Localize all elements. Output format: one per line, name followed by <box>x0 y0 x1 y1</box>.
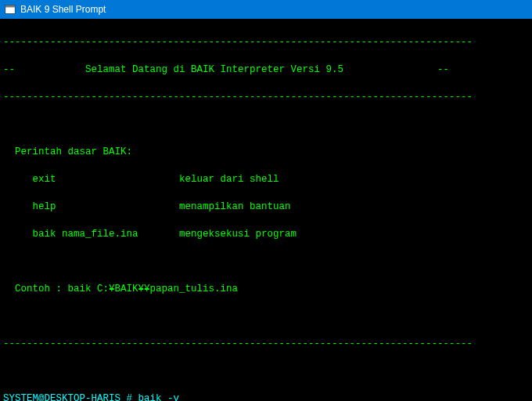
command-row-baik: baik nama_file.ina mengeksekusi program <box>3 228 529 242</box>
commands-header: Perintah dasar BAIK: <box>3 146 529 160</box>
blank-line <box>3 365 529 379</box>
welcome-banner: -- Selamat Datang di BAIK Interpreter Ve… <box>3 63 529 78</box>
cmd-name: help <box>3 201 56 212</box>
divider-bottom: ----------------------------------------… <box>3 338 529 352</box>
welcome-suffix: -- <box>343 64 449 75</box>
divider-top: ----------------------------------------… <box>3 36 529 50</box>
prompt-host: SYSTEM@DESKTOP-HARIS # <box>3 393 138 402</box>
command-row-exit: exit keluar dari shell <box>3 173 529 187</box>
cmd-desc: menampilkan bantuan <box>56 201 291 212</box>
svg-rect-1 <box>5 5 15 8</box>
blank-line <box>3 310 529 324</box>
prompt-command: baik -v <box>138 393 180 402</box>
blank-line <box>3 255 529 269</box>
prompt-line-1: SYSTEM@DESKTOP-HARIS # baik -v <box>3 392 529 402</box>
command-row-help: help menampilkan bantuan <box>3 200 529 215</box>
window-title: BAIK 9 Shell Prompt <box>20 4 106 15</box>
cmd-name: exit <box>3 174 56 185</box>
cmd-name: baik nama_file.ina <box>3 229 138 240</box>
window-titlebar[interactable]: BAIK 9 Shell Prompt <box>0 0 532 19</box>
terminal-area[interactable]: ----------------------------------------… <box>0 19 532 401</box>
cmd-desc: mengeksekusi program <box>138 229 297 240</box>
welcome-text: Selamat Datang di BAIK Interpreter Versi… <box>85 64 343 75</box>
blank-line <box>3 118 529 132</box>
welcome-prefix: -- <box>3 64 85 75</box>
divider-after-welcome: ----------------------------------------… <box>3 91 529 105</box>
cmd-desc: keluar dari shell <box>56 174 279 185</box>
example-line: Contoh : baik C:¥BAIK¥¥papan_tulis.ina <box>3 283 529 297</box>
app-icon <box>5 4 16 15</box>
